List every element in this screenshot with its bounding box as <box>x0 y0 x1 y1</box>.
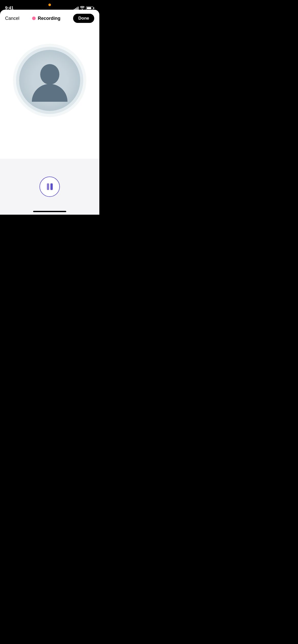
pause-bar-right <box>50 183 53 190</box>
pause-button[interactable] <box>39 177 60 197</box>
recording-title: Recording <box>32 16 60 21</box>
bottom-section <box>0 159 99 215</box>
signal-icon <box>74 6 78 10</box>
done-button[interactable]: Done <box>73 14 94 23</box>
pause-bar-left <box>47 183 49 190</box>
main-content: Cancel Recording Done <box>0 10 99 215</box>
avatar-person <box>32 64 67 102</box>
home-indicator <box>33 211 66 212</box>
recording-dot-indicator <box>32 17 36 20</box>
avatar-section <box>0 50 99 111</box>
pause-icon <box>47 183 53 190</box>
cancel-button[interactable]: Cancel <box>5 15 19 22</box>
battery-icon <box>86 6 94 10</box>
avatar-container <box>19 50 80 111</box>
avatar-body <box>32 84 67 102</box>
orange-dot-indicator <box>48 4 51 6</box>
nav-bar: Cancel Recording Done <box>0 10 99 27</box>
avatar-head <box>40 64 59 84</box>
recording-title-label: Recording <box>38 16 60 21</box>
